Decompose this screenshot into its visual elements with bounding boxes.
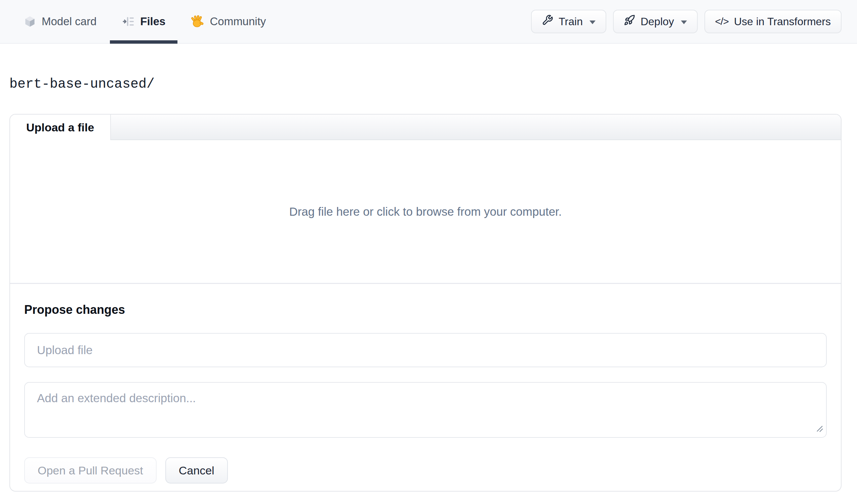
- wrench-icon: [542, 14, 553, 29]
- resize-handle-icon[interactable]: [816, 425, 824, 434]
- cancel-button[interactable]: Cancel: [165, 457, 228, 484]
- train-button[interactable]: Train: [531, 10, 606, 33]
- tab-model-card[interactable]: Model card: [23, 0, 97, 43]
- tab-files[interactable]: Files: [122, 0, 165, 43]
- form-actions: Open a Pull Request Cancel: [24, 457, 827, 484]
- repo-header: Model card Files: [0, 0, 857, 44]
- cube-icon: [23, 15, 36, 28]
- tab-upload-a-file[interactable]: Upload a file: [10, 115, 111, 140]
- chevron-down-icon: [681, 20, 687, 24]
- file-dropzone[interactable]: Drag file here or click to browse from y…: [10, 140, 841, 284]
- header-actions: Train Deploy </> Use in Transformers: [531, 0, 842, 43]
- repo-tabs: Model card Files: [23, 0, 266, 43]
- extended-description-textarea[interactable]: [24, 382, 827, 438]
- tab-label: Model card: [42, 15, 97, 28]
- use-in-transformers-button[interactable]: </> Use in Transformers: [704, 10, 842, 33]
- main-content: bert-base-uncased/ Upload a file Drag fi…: [0, 77, 857, 491]
- chevron-down-icon: [589, 20, 595, 24]
- propose-changes-section: Propose changes Open a Pull Request Canc…: [10, 284, 841, 491]
- rocket-icon: [624, 14, 635, 29]
- files-versions-icon: [122, 15, 135, 28]
- tabbar-filler: [111, 115, 841, 140]
- open-pull-request-button[interactable]: Open a Pull Request: [24, 457, 157, 484]
- description-field-wrapper: [24, 382, 827, 438]
- deploy-button[interactable]: Deploy: [613, 10, 698, 33]
- button-label: Deploy: [641, 15, 674, 28]
- upload-file-card: Upload a file Drag file here or click to…: [10, 114, 842, 491]
- breadcrumb-repo-path[interactable]: bert-base-uncased/: [10, 77, 155, 92]
- tab-label: Community: [210, 15, 266, 28]
- button-label: Train: [558, 15, 583, 28]
- tab-community[interactable]: Community: [191, 0, 266, 43]
- upload-card-tabbar: Upload a file: [10, 115, 841, 140]
- active-tab-underline: [110, 40, 178, 44]
- upload-file-input[interactable]: [24, 333, 827, 367]
- button-label: Use in Transformers: [734, 15, 831, 28]
- dropzone-text: Drag file here or click to browse from y…: [289, 205, 561, 218]
- waving-hand-icon: [191, 15, 204, 28]
- propose-changes-heading: Propose changes: [24, 303, 827, 317]
- tab-label: Files: [140, 15, 165, 28]
- code-icon: </>: [715, 16, 728, 27]
